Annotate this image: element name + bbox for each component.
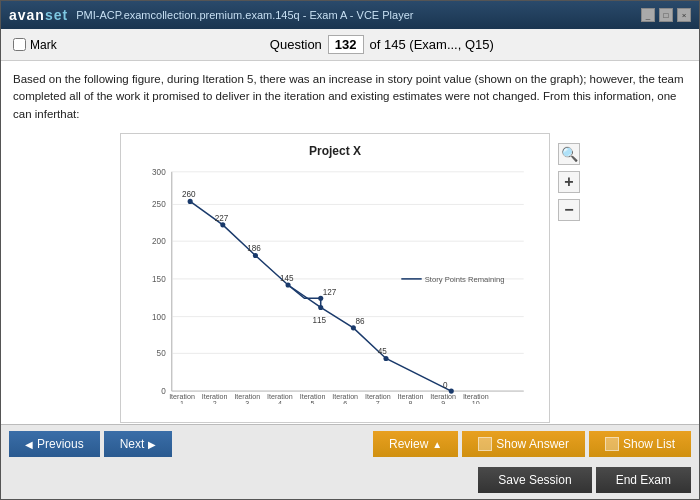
zoom-out-icon[interactable]: − <box>558 199 580 221</box>
title-bar: avanset PMI-ACP.examcollection.premium.e… <box>1 1 699 29</box>
svg-text:50: 50 <box>157 349 167 358</box>
svg-text:227: 227 <box>215 214 229 223</box>
svg-point-31 <box>351 325 356 330</box>
svg-text:0: 0 <box>443 381 448 390</box>
svg-point-28 <box>286 282 291 287</box>
bottom-bar: ◀ Previous Next ▶ Review ▲ Show Answer S <box>1 424 699 499</box>
svg-text:10: 10 <box>472 400 480 404</box>
content-area: Based on the following figure, during It… <box>1 61 699 424</box>
svg-point-25 <box>188 199 193 204</box>
svg-text:127: 127 <box>323 288 337 297</box>
show-answer-icon <box>478 437 492 451</box>
svg-point-26 <box>220 222 225 227</box>
zoom-in-icon[interactable]: + <box>558 171 580 193</box>
window-controls[interactable]: _ □ × <box>641 8 691 22</box>
question-label: Question <box>270 37 322 52</box>
chart-title: Project X <box>131 144 539 158</box>
show-list-button[interactable]: Show List <box>589 431 691 457</box>
search-icon[interactable]: 🔍 <box>558 143 580 165</box>
svg-text:2: 2 <box>213 400 217 404</box>
close-button[interactable]: × <box>677 8 691 22</box>
next-arrow-icon: ▶ <box>148 439 156 450</box>
chart-wrapper: Project X <box>13 133 687 423</box>
svg-text:3: 3 <box>245 400 249 404</box>
mark-checkbox[interactable] <box>13 38 26 51</box>
svg-text:115: 115 <box>313 316 327 325</box>
review-button[interactable]: Review ▲ <box>373 431 458 457</box>
chart-container: Project X <box>120 133 550 423</box>
title-bar-left: avanset PMI-ACP.examcollection.premium.e… <box>9 7 413 23</box>
svg-text:260: 260 <box>182 190 196 199</box>
svg-text:150: 150 <box>152 275 166 284</box>
svg-text:86: 86 <box>355 317 365 326</box>
toolbar: Mark Question 132 of 145 (Exam..., Q15) <box>1 29 699 61</box>
svg-point-29 <box>318 295 323 300</box>
action-buttons: Review ▲ Show Answer Show List <box>373 431 691 457</box>
svg-point-32 <box>383 356 388 361</box>
svg-text:6: 6 <box>343 400 347 404</box>
svg-text:4: 4 <box>278 400 282 404</box>
review-arrow-icon: ▲ <box>432 439 442 450</box>
svg-point-30 <box>318 305 323 310</box>
svg-text:5: 5 <box>311 400 315 404</box>
svg-text:300: 300 <box>152 168 166 177</box>
mark-checkbox-label[interactable]: Mark <box>13 38 57 52</box>
previous-arrow-icon: ◀ <box>25 439 33 450</box>
svg-text:9: 9 <box>441 400 445 404</box>
svg-text:145: 145 <box>280 274 294 283</box>
session-row: Save Session End Exam <box>1 463 699 499</box>
navigation-row: ◀ Previous Next ▶ Review ▲ Show Answer S <box>1 425 699 463</box>
next-button[interactable]: Next ▶ <box>104 431 173 457</box>
end-exam-button[interactable]: End Exam <box>596 467 691 493</box>
svg-text:7: 7 <box>376 400 380 404</box>
app-logo: avanset <box>9 7 68 23</box>
maximize-button[interactable]: □ <box>659 8 673 22</box>
minimize-button[interactable]: _ <box>641 8 655 22</box>
svg-text:186: 186 <box>247 244 261 253</box>
svg-text:250: 250 <box>152 200 166 209</box>
show-answer-button[interactable]: Show Answer <box>462 431 585 457</box>
question-number: 132 <box>328 35 364 54</box>
svg-text:0: 0 <box>161 387 166 396</box>
svg-text:200: 200 <box>152 237 166 246</box>
show-list-icon <box>605 437 619 451</box>
svg-text:Story Points Remaining: Story Points Remaining <box>425 275 505 284</box>
svg-point-27 <box>253 253 258 258</box>
mark-label: Mark <box>30 38 57 52</box>
chart-svg: 0 50 100 150 200 250 300 <box>131 164 539 404</box>
window-title: PMI-ACP.examcollection.premium.exam.145q… <box>76 9 413 21</box>
svg-text:1: 1 <box>180 400 184 404</box>
previous-button[interactable]: ◀ Previous <box>9 431 100 457</box>
question-text: Based on the following figure, during It… <box>13 71 687 123</box>
question-info: Question 132 of 145 (Exam..., Q15) <box>270 35 494 54</box>
save-session-button[interactable]: Save Session <box>478 467 591 493</box>
svg-text:45: 45 <box>378 347 388 356</box>
main-window: avanset PMI-ACP.examcollection.premium.e… <box>0 0 700 500</box>
svg-text:100: 100 <box>152 312 166 321</box>
svg-text:8: 8 <box>408 400 412 404</box>
question-total: of 145 (Exam..., Q15) <box>370 37 494 52</box>
